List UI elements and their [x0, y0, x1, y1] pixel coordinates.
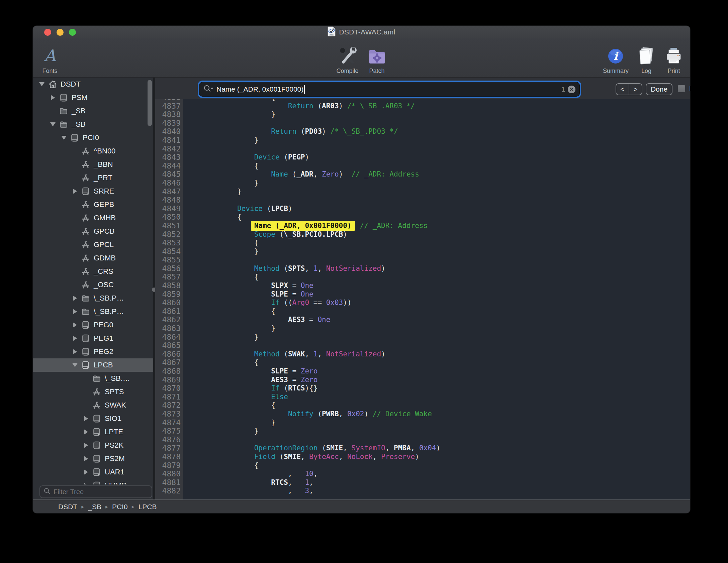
- tree-item-gpcb[interactable]: GPCB: [33, 225, 153, 238]
- tree-item-sbp[interactable]: \_SB.P…: [33, 305, 153, 318]
- tree-item-uar1[interactable]: UAR1: [33, 465, 153, 479]
- tree-item-gpcl[interactable]: GPCL: [33, 238, 153, 251]
- fonts-button[interactable]: A Fonts: [40, 41, 60, 75]
- find-previous-button[interactable]: <: [616, 84, 629, 95]
- tree-item-spts[interactable]: SPTS: [33, 385, 153, 399]
- code-line[interactable]: 4847 }: [155, 188, 690, 196]
- tree-item-pci0[interactable]: PCI0: [33, 131, 153, 144]
- tree-item-srre[interactable]: SRRE: [33, 185, 153, 198]
- code-line[interactable]: 4863 }: [155, 324, 690, 333]
- tree-item-gmhb[interactable]: GMHB: [33, 211, 153, 225]
- tree-item-dsdt[interactable]: DSDT: [33, 78, 153, 91]
- breadcrumb-item-lpcb[interactable]: LPCB: [139, 503, 157, 511]
- code-line[interactable]: 4879 {: [155, 461, 690, 470]
- code-line[interactable]: 4881 RTCS, 1,: [155, 478, 690, 487]
- code-line[interactable]: 4861 {: [155, 307, 690, 316]
- code-line[interactable]: 4856 Method (SPTS, 1, NotSerialized): [155, 264, 690, 273]
- code-line[interactable]: 4858 SLPX = One: [155, 282, 690, 290]
- disclosure-right-icon[interactable]: [70, 336, 80, 341]
- disclosure-down-icon[interactable]: [48, 122, 58, 126]
- code-line[interactable]: 4857 {: [155, 273, 690, 282]
- tree-item-bn00[interactable]: ^BN00: [33, 144, 153, 158]
- code-line[interactable]: 4853 {: [155, 239, 690, 247]
- tree-item-crs[interactable]: _CRS: [33, 265, 153, 278]
- code-line[interactable]: 4878 Field (SMIE, ByteAcc, NoLock, Prese…: [155, 453, 690, 461]
- breadcrumb-item-dsdt[interactable]: DSDT: [58, 503, 77, 511]
- tree-item-prt[interactable]: _PRT: [33, 171, 153, 185]
- code-line[interactable]: 4838 }: [155, 110, 690, 119]
- code-line[interactable]: 4850 {: [155, 213, 690, 222]
- code-line[interactable]: 4870 If (RTCS){}: [155, 384, 690, 393]
- code-line[interactable]: 4872 {: [155, 401, 690, 410]
- print-button[interactable]: Print: [664, 41, 684, 75]
- disclosure-right-icon[interactable]: [70, 322, 80, 328]
- breadcrumb-item-pci0[interactable]: PCI0: [112, 503, 128, 511]
- tree-item-ps2k[interactable]: PS2K: [33, 439, 153, 452]
- tree-item-osc[interactable]: _OSC: [33, 278, 153, 292]
- code-line[interactable]: 4867 {: [155, 358, 690, 367]
- code-line[interactable]: 4854 }: [155, 247, 690, 256]
- code-line[interactable]: 4845 Name (_ADR, Zero) // _ADR: Address: [155, 170, 690, 179]
- patch-button[interactable]: Patch: [367, 41, 387, 75]
- disclosure-right-icon[interactable]: [70, 296, 80, 301]
- summary-button[interactable]: i Summary: [603, 41, 629, 75]
- disclosure-right-icon[interactable]: [81, 443, 91, 448]
- tree-item-sio1[interactable]: SIO1: [33, 412, 153, 425]
- code-editor[interactable]: 4836 {4837 Return (AR03) /* \_SB_.AR03 *…: [155, 99, 690, 499]
- tree-item-peg0[interactable]: PEG0: [33, 318, 153, 332]
- disclosure-right-icon[interactable]: [81, 429, 91, 435]
- code-line[interactable]: 4868 SLPE = Zero: [155, 367, 690, 376]
- tree-item-sbp[interactable]: \_SB.P…: [33, 292, 153, 305]
- code-line[interactable]: 4877 OperationRegion (SMIE, SystemIO, PM…: [155, 444, 690, 453]
- compile-button[interactable]: Compile: [336, 41, 358, 75]
- disclosure-right-icon[interactable]: [81, 456, 91, 461]
- code-line[interactable]: 4842: [155, 145, 690, 153]
- code-line[interactable]: 4876: [155, 436, 690, 444]
- breadcrumb-item-sb[interactable]: _SB: [88, 503, 101, 511]
- code-line[interactable]: 4848: [155, 196, 690, 205]
- code-line[interactable]: 4882 , 3,: [155, 487, 690, 495]
- disclosure-right-icon[interactable]: [81, 416, 91, 421]
- filter-tree-input[interactable]: Filter Tree: [39, 485, 152, 498]
- disclosure-down-icon[interactable]: [70, 363, 80, 367]
- code-line[interactable]: 4866 Method (SWAK, 1, NotSerialized): [155, 350, 690, 359]
- code-line[interactable]: 4843 Device (PEGP): [155, 153, 690, 162]
- disclosure-down-icon[interactable]: [59, 136, 69, 140]
- code-line[interactable]: 4873 Notify (PWRB, 0x02) // Device Wake: [155, 410, 690, 419]
- tree-item-bbn[interactable]: _BBN: [33, 158, 153, 171]
- disclosure-right-icon[interactable]: [48, 95, 58, 100]
- code-line[interactable]: 4846 }: [155, 179, 690, 188]
- tree-item-ps2m[interactable]: PS2M: [33, 452, 153, 465]
- tree-item-sb[interactable]: \_SB.…: [33, 372, 153, 385]
- tree-item-lpcb[interactable]: LPCB: [33, 358, 153, 372]
- code-line[interactable]: 4862 AES3 = One: [155, 316, 690, 324]
- tree-item-gdmb[interactable]: GDMB: [33, 251, 153, 265]
- replace-checkbox[interactable]: [678, 85, 685, 92]
- tree-item-peg2[interactable]: PEG2: [33, 345, 153, 358]
- disclosure-right-icon[interactable]: [70, 309, 80, 314]
- code-line[interactable]: 4851 Name (_ADR, 0x001F0000) // _ADR: Ad…: [155, 222, 690, 230]
- code-line[interactable]: 4865: [155, 341, 690, 350]
- tree-item-peg1[interactable]: PEG1: [33, 332, 153, 345]
- code-line[interactable]: 4860 If ((Arg0 == 0x03)): [155, 299, 690, 307]
- log-button[interactable]: Log: [637, 41, 656, 75]
- tree-item-swak[interactable]: SWAK: [33, 399, 153, 412]
- code-line[interactable]: 4874 }: [155, 419, 690, 427]
- done-button[interactable]: Done: [646, 83, 672, 95]
- code-line[interactable]: 4864 }: [155, 333, 690, 342]
- code-line[interactable]: 4859 SLPE = One: [155, 290, 690, 299]
- find-input[interactable]: Name (_ADR, 0x001F0000) 1 ✕: [199, 82, 579, 96]
- tree-item-sb[interactable]: _SB: [33, 104, 153, 118]
- code-line[interactable]: 4880 , 10,: [155, 470, 690, 478]
- tree-item-psm[interactable]: PSM: [33, 91, 153, 104]
- find-next-button[interactable]: >: [629, 84, 642, 95]
- code-line[interactable]: 4837 Return (AR03) /* \_SB_.AR03 */: [155, 102, 690, 111]
- disclosure-right-icon[interactable]: [70, 189, 80, 194]
- tree-item-lpte[interactable]: LPTE: [33, 425, 153, 439]
- code-line[interactable]: 4849 Device (LPCB): [155, 205, 690, 213]
- code-line[interactable]: 4869 AES3 = Zero: [155, 376, 690, 384]
- code-line[interactable]: 4875 }: [155, 427, 690, 436]
- disclosure-down-icon[interactable]: [37, 82, 47, 86]
- code-line[interactable]: 4855: [155, 256, 690, 264]
- title-bar[interactable]: AML DSDT-AWAC.aml: [33, 26, 690, 38]
